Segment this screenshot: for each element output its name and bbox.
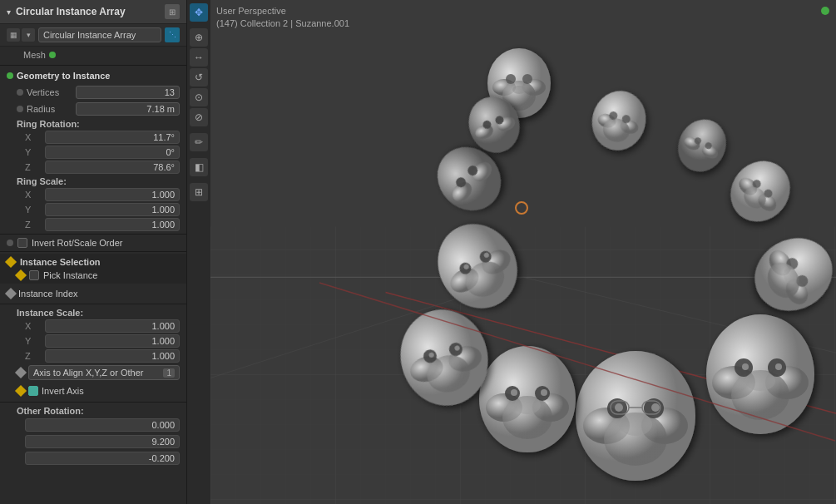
sx-label: X: [25, 190, 42, 200]
add-icon[interactable]: ⊞: [190, 183, 208, 201]
isy-value[interactable]: 1.000: [45, 334, 180, 348]
transform-tool-icon[interactable]: ⊘: [190, 108, 208, 126]
instance-selection-section: Instance Selection Pick Instance: [0, 254, 186, 284]
instance-index-diamond: [5, 288, 17, 299]
axis-align-diamond: [15, 367, 27, 378]
instance-scale-header: Instance Scale:: [0, 306, 186, 319]
vertices-dot: [17, 89, 23, 96]
ry-value[interactable]: 0°: [45, 146, 180, 159]
geometry-to-instance-label: Geometry to Instance: [17, 71, 110, 81]
svg-point-45: [775, 363, 782, 370]
isx-row: X 1.000: [0, 319, 186, 334]
viewport-info: User Perspective (147) Collection 2 | Su…: [216, 5, 349, 31]
radius-value[interactable]: 7.18 m: [76, 102, 180, 116]
pick-instance-label: Pick Instance: [43, 270, 97, 280]
svg-point-94: [516, 202, 527, 214]
instance-scale-label: Instance Scale:: [17, 308, 83, 318]
rotate-tool-icon[interactable]: ↺: [190, 68, 208, 86]
viewport[interactable]: ✥ ⊕ ↔ ↺ ⊙ ⊘ ✏ ◧ ⊞ User Perspective (147)…: [187, 0, 836, 504]
node-settings-icon[interactable]: ⊞: [165, 4, 180, 19]
select-tool-icon[interactable]: ✥: [190, 3, 208, 22]
ring-rotation-header: Ring Rotation:: [0, 117, 186, 130]
cursor-tool-icon[interactable]: ⊕: [190, 28, 208, 47]
axis-align-row: Axis to Align X,Y,Z or Other 1: [0, 363, 186, 382]
svg-point-53: [615, 403, 623, 412]
mesh-icon: ▦: [7, 28, 20, 42]
sx-row: X 1.000: [0, 187, 186, 202]
pick-instance-diamond: [15, 269, 27, 281]
modifier-dropdown[interactable]: Circular Instance Array: [38, 27, 161, 42]
isx-label: X: [25, 321, 42, 331]
invert-rot-label: Invert Rot/Scale Order: [32, 238, 122, 248]
sy-row: Y 1.000: [0, 202, 186, 217]
sz-value[interactable]: 1.000: [45, 218, 180, 231]
radius-label: Radius: [27, 104, 72, 114]
invert-axis-label: Invert Axis: [42, 386, 84, 396]
instance-selection-header-row: Instance Selection: [0, 255, 186, 269]
vertices-row: Vertices 13: [0, 84, 186, 101]
vertices-value[interactable]: 13: [76, 86, 180, 99]
instance-selection-label: Instance Selection: [20, 257, 101, 267]
viewport-3d[interactable]: [210, 0, 836, 504]
radius-dot: [17, 106, 23, 112]
or1-row: 0.000: [0, 417, 186, 433]
invert-axis-checkbox[interactable]: [28, 386, 38, 396]
sy-value[interactable]: 1.000: [45, 203, 180, 216]
vertices-label: Vertices: [27, 87, 72, 97]
modifier-dropdown-label: Circular Instance Array: [43, 30, 136, 40]
radius-row: Radius 7.18 m: [0, 101, 186, 117]
modifier-type-icons: ▦ ▾: [7, 28, 35, 42]
node-header: ▾ Circular Instance Array ⊞: [0, 0, 186, 24]
isz-value[interactable]: 1.000: [45, 349, 180, 363]
svg-point-66: [541, 389, 547, 396]
isy-label: Y: [25, 336, 42, 346]
ry-row: Y 0°: [0, 145, 186, 160]
pick-instance-row: Pick Instance: [0, 269, 186, 282]
svg-point-20: [670, 111, 735, 180]
geometry-input-dot: [7, 72, 13, 79]
other-rotation-header: Other Rotation:: [0, 404, 186, 417]
axis-align-field[interactable]: Axis to Align X,Y,Z or Other 1: [28, 365, 180, 380]
viewport-active-dot: [821, 7, 829, 15]
isx-value[interactable]: 1.000: [45, 319, 180, 333]
svg-point-44: [742, 363, 749, 370]
or1-value[interactable]: 0.000: [25, 418, 180, 432]
or2-value[interactable]: 9.200: [25, 435, 180, 448]
pick-instance-checkbox[interactable]: [29, 270, 39, 280]
arrow-icon: ▾: [22, 28, 35, 42]
monkey-scene-svg: [210, 0, 836, 504]
viewport-perspective-label: User Perspective: [216, 5, 349, 17]
rz-value[interactable]: 78.6°: [45, 161, 180, 174]
node-graph-icon[interactable]: ⋱: [165, 27, 180, 42]
scale-tool-icon[interactable]: ⊙: [190, 88, 208, 106]
node-title: Circular Instance Array: [16, 6, 160, 17]
ry-label: Y: [25, 147, 42, 157]
svg-point-55: [619, 413, 652, 436]
invert-rot-checkbox[interactable]: [17, 238, 27, 248]
move-tool-icon[interactable]: ↔: [190, 48, 208, 67]
isz-label: Z: [25, 351, 42, 361]
ring-scale-header: Ring Scale:: [0, 175, 186, 187]
svg-point-46: [745, 371, 775, 391]
svg-point-11: [506, 74, 516, 84]
axis-align-label: Axis to Align X,Y,Z or Other: [33, 368, 143, 378]
viewport-toolbar-left: ✥ ⊕ ↔ ↺ ⊙ ⊘ ✏ ◧ ⊞: [187, 0, 210, 504]
svg-point-67: [514, 396, 541, 414]
svg-point-65: [511, 389, 517, 396]
svg-point-12: [522, 74, 532, 84]
rz-row: Z 78.6°: [0, 160, 186, 175]
sx-value[interactable]: 1.000: [45, 188, 180, 201]
or3-value[interactable]: -0.200: [25, 452, 180, 465]
invert-rot-row: Invert Rot/Scale Order: [0, 236, 186, 250]
rx-row: X 11.7°: [0, 130, 186, 145]
rx-label: X: [25, 132, 42, 142]
measure-icon[interactable]: ◧: [190, 158, 208, 176]
isy-row: Y 1.000: [0, 334, 186, 348]
mesh-active-dot: [49, 52, 56, 58]
or2-row: 9.200: [0, 433, 186, 450]
collapse-arrow[interactable]: ▾: [7, 7, 11, 17]
rx-value[interactable]: 11.7°: [45, 131, 180, 144]
annotate-icon[interactable]: ✏: [190, 133, 208, 151]
instance-selection-diamond: [5, 256, 17, 268]
mesh-label: Mesh: [23, 50, 46, 60]
